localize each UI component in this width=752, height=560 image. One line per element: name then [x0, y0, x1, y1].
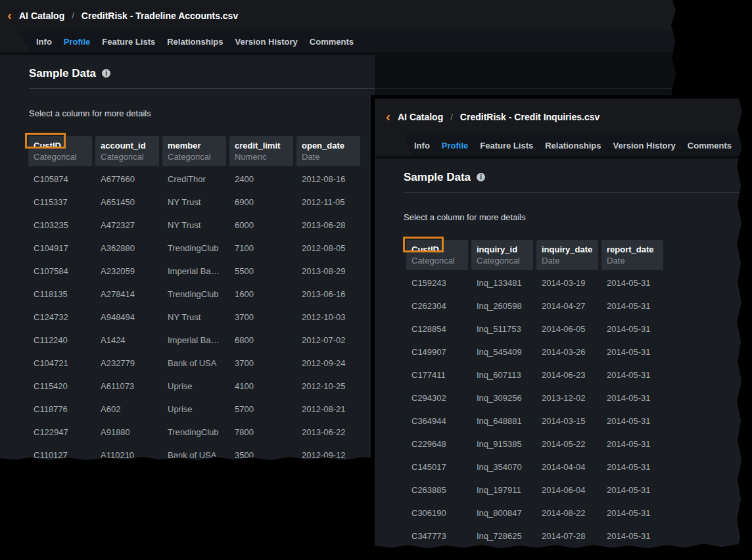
table-cell: 2014-05-31	[601, 508, 663, 518]
table-cell: Inq_545409	[471, 347, 533, 357]
table-cell: 2012-07-02	[296, 335, 360, 345]
table-cell: Inq_648881	[471, 416, 533, 426]
info-icon[interactable]: i	[102, 69, 110, 78]
table-cell: C145017	[406, 462, 468, 472]
column-chip-member[interactable]: member Categorical	[162, 136, 226, 166]
tab-bar: Info Profile Feature Lists Relationships…	[0, 31, 677, 52]
table-cell: 2014-05-31	[601, 324, 663, 334]
table-cell: 2012-09-12	[296, 450, 360, 460]
back-icon[interactable]: ‹	[386, 109, 390, 123]
breadcrumb-root-link[interactable]: AI Catalog	[398, 112, 443, 122]
column-chip-custid[interactable]: CustID Categorical	[28, 136, 92, 166]
info-icon[interactable]: i	[477, 173, 485, 181]
table-cell: Inq_511753	[471, 324, 533, 334]
breadcrumb-separator: /	[450, 112, 453, 122]
table-cell: Imperial Ba…	[162, 335, 226, 345]
tab-relationships[interactable]: Relationships	[545, 141, 601, 151]
column-hint: Select a column for more details	[404, 212, 744, 222]
table-cell: 2012-08-05	[296, 243, 360, 253]
section-divider	[29, 88, 677, 89]
table-cell: 2014-05-31	[601, 278, 663, 288]
tab-version-history[interactable]: Version History	[235, 37, 297, 47]
table-cell: C177411	[406, 370, 468, 380]
table-cell: 2013-06-16	[296, 289, 360, 299]
table-cell: 2014-05-31	[601, 462, 663, 472]
column-chip-open-date[interactable]: open_date Date	[296, 136, 360, 166]
table-cell: C118135	[28, 289, 92, 299]
column-chip-report-date[interactable]: report_date Date	[601, 240, 663, 270]
table-cell: Inq_309256	[471, 393, 533, 403]
tab-comments[interactable]: Comments	[310, 37, 354, 47]
table-cell: 2013-12-02	[536, 393, 598, 403]
tab-info[interactable]: Info	[36, 37, 52, 47]
table-cell: 1600	[229, 289, 293, 299]
table-cell: A362880	[95, 243, 159, 253]
table-cell: C105874	[28, 174, 92, 184]
table-cell: C262304	[406, 301, 468, 311]
table-cell: 2014-08-22	[536, 508, 598, 518]
table-cell: Uprise	[162, 381, 226, 391]
table-cell: 5500	[229, 266, 293, 276]
table-cell: A472327	[95, 220, 159, 230]
table-cell: C159243	[406, 278, 468, 288]
table-cell: TrendingClub	[162, 427, 226, 437]
table-cell: Inq_197911	[471, 485, 533, 495]
table-cell: C107584	[28, 266, 92, 276]
tab-feature-lists[interactable]: Feature Lists	[480, 141, 533, 151]
tab-info[interactable]: Info	[414, 141, 430, 151]
table-cell: TrendingClub	[162, 289, 226, 299]
tab-version-history[interactable]: Version History	[613, 141, 675, 151]
table-row: C159243Inq_1334812014-03-192014-05-31	[406, 271, 744, 294]
column-chip-custid[interactable]: CustID Categorical	[406, 240, 468, 270]
table-cell: 2400	[229, 174, 293, 184]
table-cell: C263885	[406, 485, 468, 495]
table-cell: A232059	[95, 266, 159, 276]
table-cell: Inq_800847	[471, 508, 533, 518]
table-cell: C110127	[28, 450, 92, 460]
table-cell: 2012-08-16	[296, 174, 360, 184]
window-credit-inquiries: ‹ AI Catalog / CreditRisk - Credit Inqui…	[375, 99, 744, 549]
tab-profile[interactable]: Profile	[442, 141, 468, 151]
table-cell: C115420	[28, 381, 92, 391]
table-cell: C124732	[28, 312, 92, 322]
table-cell: Inq_728625	[471, 531, 533, 541]
tab-profile[interactable]: Profile	[64, 37, 90, 47]
table-cell: 2014-05-31	[601, 393, 663, 403]
table-cell: 4100	[229, 381, 293, 391]
table-cell: 2014-05-31	[601, 301, 663, 311]
tab-feature-lists[interactable]: Feature Lists	[102, 37, 155, 47]
table-cell: Bank of USA	[162, 450, 226, 460]
breadcrumb: ‹ AI Catalog / CreditRisk - Tradeline Ac…	[0, 0, 677, 31]
back-icon[interactable]: ‹	[7, 8, 12, 22]
column-chip-inquiry-id[interactable]: inquiry_id Categorical	[471, 240, 533, 270]
table-cell: 2014-04-27	[536, 301, 598, 311]
table-cell: 2014-05-31	[601, 531, 663, 541]
table-cell: Inq_354070	[471, 462, 533, 472]
table-cell: A278414	[95, 289, 159, 299]
section-divider	[404, 192, 744, 193]
table-cell: 2014-03-19	[536, 278, 598, 288]
page-title: Sample Data	[404, 172, 471, 183]
table-cell: 5700	[229, 404, 293, 414]
table-row: C347773Inq_7286252014-07-282014-05-31	[406, 525, 744, 548]
table-cell: Bank of USA	[162, 358, 226, 368]
table-cell: 2013-06-22	[296, 427, 360, 437]
breadcrumb-root-link[interactable]: AI Catalog	[19, 11, 64, 21]
table-cell: A110210	[95, 450, 159, 460]
table-row: C145017Inq_3540702014-04-042014-05-31	[406, 455, 744, 478]
tab-relationships[interactable]: Relationships	[167, 37, 223, 47]
table-cell: C294302	[406, 393, 468, 403]
table-cell: C229648	[406, 439, 468, 449]
column-chip-credit-limit[interactable]: credit_limit Numeric	[229, 136, 293, 166]
table-cell: NY Trust	[162, 312, 226, 322]
column-chip-inquiry-date[interactable]: inquiry_date Date	[536, 240, 598, 270]
table-cell: C364944	[406, 416, 468, 426]
table-cell: 6000	[229, 220, 293, 230]
table-cell: C118776	[28, 404, 92, 414]
table-row: C177411Inq_6071132014-06-232014-05-31	[406, 363, 744, 386]
column-chip-account-id[interactable]: account_id Categorical	[95, 136, 159, 166]
table-cell: 2014-05-31	[601, 485, 663, 495]
table-cell: C149907	[406, 347, 468, 357]
tab-comments[interactable]: Comments	[688, 141, 732, 151]
table-cell: 3700	[229, 312, 293, 322]
